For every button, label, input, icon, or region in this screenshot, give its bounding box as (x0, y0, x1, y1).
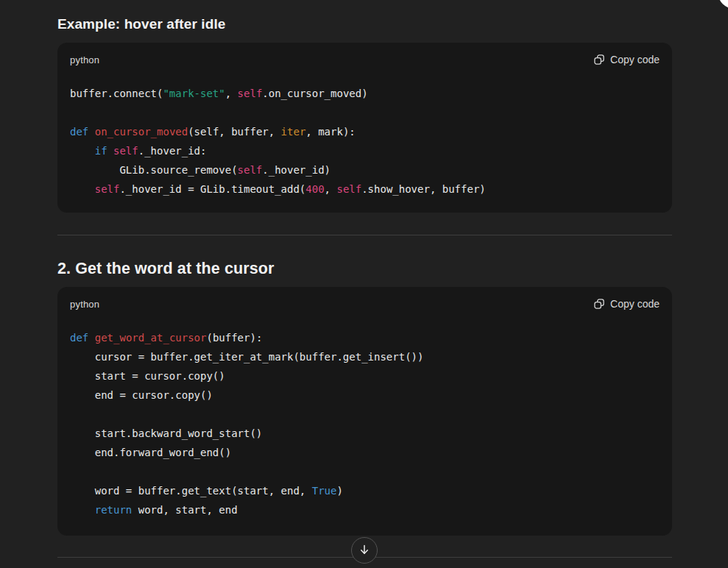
code-line: self._hover_id = GLib.timeout_add(400, s… (70, 180, 660, 199)
arrow-down-icon (358, 543, 371, 558)
corner-floating-button[interactable] (718, 0, 728, 9)
code-content: def get_word_at_cursor(buffer): cursor =… (57, 328, 672, 519)
code-line: start.backward_word_start() (70, 424, 660, 443)
code-line (70, 462, 660, 481)
code-block-header: python Copy code (57, 43, 672, 67)
copy-code-label: Copy code (610, 54, 660, 65)
copy-code-button[interactable]: Copy code (593, 54, 660, 65)
code-line: def on_cursor_moved(self, buffer, iter, … (70, 122, 660, 141)
code-block-2: python Copy code def get_word_at_cursor(… (57, 287, 672, 536)
code-line: GLib.source_remove(self._hover_id) (70, 160, 660, 180)
code-block-1: python Copy code buffer.connect("mark-se… (57, 43, 672, 213)
code-block-header: python Copy code (57, 287, 672, 311)
code-line: if self._hover_id: (70, 141, 660, 160)
code-line: buffer.connect("mark-set", self.on_curso… (70, 84, 660, 103)
code-line: word = buffer.get_text(start, end, True) (70, 481, 660, 500)
code-line: start = cursor.copy() (70, 366, 660, 386)
code-line: end.forward_word_end() (70, 443, 660, 462)
code-line (70, 405, 660, 424)
chat-page: { "colors": { "page_bg": "#212121", "cod… (0, 0, 728, 568)
code-content: buffer.connect("mark-set", self.on_curso… (57, 84, 672, 199)
copy-icon (593, 298, 605, 310)
code-language-label: python (70, 299, 99, 310)
copy-code-button[interactable]: Copy code (593, 298, 660, 310)
heading-get-word-at-cursor: 2. Get the word at the cursor (57, 260, 274, 278)
copy-icon (593, 54, 605, 65)
scroll-to-bottom-button[interactable] (351, 537, 378, 564)
section-divider (57, 235, 672, 235)
code-line: return word, start, end (70, 500, 660, 519)
copy-code-label: Copy code (610, 298, 660, 310)
code-language-label: python (70, 54, 99, 65)
code-line: def get_word_at_cursor(buffer): (70, 328, 660, 347)
heading-example-hover-after-idle: Example: hover after idle (57, 16, 225, 32)
code-line: end = cursor.copy() (70, 386, 660, 405)
code-line (70, 103, 660, 122)
code-line: cursor = buffer.get_iter_at_mark(buffer.… (70, 347, 660, 366)
